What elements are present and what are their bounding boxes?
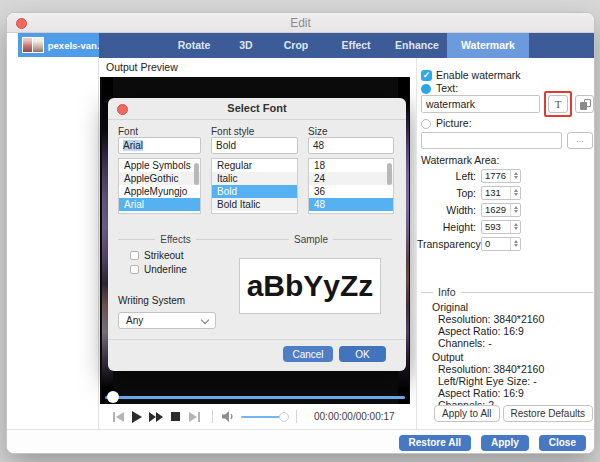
font-style-input[interactable]: Bold — [211, 137, 298, 154]
picture-path-input[interactable] — [421, 132, 562, 149]
stop-icon — [171, 412, 180, 421]
writing-system-dropdown[interactable]: Any — [118, 312, 216, 329]
window-title: Edit — [7, 16, 594, 30]
stop-button[interactable] — [166, 410, 184, 424]
watermark-settings-panel: ✓ Enable watermark Text: T Picture: ... … — [416, 58, 595, 429]
skip-forward-button[interactable] — [185, 410, 203, 424]
list-item[interactable]: 24 — [309, 172, 393, 185]
chevron-down-icon — [514, 227, 518, 230]
sample-group-header: Sample — [230, 234, 392, 245]
font-column-label: Font — [118, 126, 201, 137]
info-row: Channels: - — [438, 337, 492, 349]
apply-to-all-button[interactable]: Apply to All — [434, 405, 499, 422]
list-item[interactable]: Italic — [212, 172, 297, 185]
height-input[interactable]: 593 — [481, 220, 521, 234]
chevron-down-icon — [514, 193, 518, 196]
seek-handle[interactable] — [107, 391, 119, 403]
underline-checkbox[interactable]: Underline — [130, 264, 187, 275]
list-item-selected[interactable]: Bold — [212, 185, 297, 198]
checkbox-unchecked-icon — [130, 251, 139, 260]
seek-bar[interactable] — [105, 396, 405, 399]
original-info-label: Original — [432, 301, 468, 313]
list-item[interactable]: Apple Symbols — [119, 159, 200, 172]
text-radio-selected[interactable] — [421, 84, 431, 94]
stepper[interactable] — [510, 170, 520, 182]
skip-forward-icon — [189, 412, 200, 422]
dialog-divider — [108, 339, 406, 340]
font-sample-preview: aBbYyZz — [239, 258, 381, 314]
top-input[interactable]: 131 — [481, 186, 521, 200]
skip-back-icon — [113, 412, 124, 422]
stepper[interactable] — [510, 187, 520, 199]
font-picker-button[interactable]: T — [548, 95, 568, 113]
copy-icon — [580, 99, 591, 110]
top-row: pexels-van... Rotate 3D Crop Effect Enha… — [7, 33, 594, 58]
width-input[interactable]: 1629 — [481, 203, 521, 217]
skip-back-button[interactable] — [109, 410, 127, 424]
watermark-text-input[interactable] — [421, 95, 540, 113]
font-name-input[interactable]: Arial — [118, 137, 201, 154]
scrollbar-thumb[interactable] — [387, 163, 392, 185]
strikeout-checkbox[interactable]: Strikeout — [130, 250, 183, 261]
list-item[interactable]: AppleGothic — [119, 172, 200, 185]
browse-button[interactable]: ... — [567, 132, 593, 149]
play-icon — [132, 411, 142, 423]
tab-enhance[interactable]: Enhance — [391, 33, 443, 58]
scrollbar-thumb[interactable] — [194, 163, 199, 185]
select-font-dialog: Select Font Font Font style Size Arial B… — [108, 98, 406, 371]
picture-radio[interactable] — [421, 119, 431, 129]
transparency-input[interactable]: 0 — [481, 237, 521, 251]
left-input[interactable]: 1776 — [481, 169, 521, 183]
tab-rotate[interactable]: Rotate — [171, 33, 217, 58]
tab-3d[interactable]: 3D — [232, 33, 260, 58]
preview-title: Output Preview — [106, 61, 178, 73]
play-button[interactable] — [128, 410, 146, 424]
chevron-down-icon — [514, 210, 518, 213]
restore-defaults-button[interactable]: Restore Defaults — [503, 405, 593, 422]
font-size-input[interactable]: 48 — [308, 137, 394, 154]
cancel-button[interactable]: Cancel — [283, 346, 333, 362]
fast-forward-button[interactable] — [147, 410, 165, 424]
list-item[interactable]: 18 — [309, 159, 393, 172]
height-label: Height: — [417, 221, 481, 233]
effects-group-header: Effects — [118, 234, 233, 245]
enable-watermark-checkbox[interactable]: ✓ — [421, 70, 432, 81]
font-size-list[interactable]: 18 24 36 48 64 — [308, 158, 394, 214]
tab-effect[interactable]: Effect — [334, 33, 378, 58]
transparency-label: Transparency: — [417, 238, 481, 250]
checkbox-unchecked-icon — [130, 265, 139, 274]
dialog-title: Select Font — [108, 102, 406, 114]
tab-crop[interactable]: Crop — [275, 33, 317, 58]
list-item[interactable]: 64 — [309, 211, 393, 214]
writing-system-label: Writing System — [118, 295, 185, 306]
stepper[interactable] — [510, 238, 520, 250]
restore-all-button[interactable]: Restore All — [399, 435, 471, 451]
ok-button[interactable]: OK — [339, 346, 386, 362]
font-style-list[interactable]: Regular Italic Bold Bold Italic — [211, 158, 298, 214]
apply-button[interactable]: Apply — [481, 435, 529, 451]
list-item[interactable]: Arial Black — [119, 211, 200, 214]
watermark-area-label: Watermark Area: — [421, 154, 499, 166]
volume-slider[interactable] — [241, 416, 287, 418]
left-label: Left: — [417, 170, 481, 182]
close-button[interactable]: Close — [539, 435, 586, 451]
volume-handle[interactable] — [279, 412, 289, 422]
tab-watermark[interactable]: Watermark — [447, 33, 529, 58]
list-item-selected[interactable]: 48 — [309, 198, 393, 211]
chevron-down-icon — [514, 176, 518, 179]
text-color-button[interactable] — [575, 95, 594, 113]
sidebar-item-clip[interactable]: pexels-van... — [18, 33, 99, 57]
list-item[interactable]: Bold Italic — [212, 198, 297, 211]
chevron-down-icon — [514, 244, 518, 247]
info-row: Aspect Ratio: 16:9 — [438, 387, 524, 399]
list-item[interactable]: Regular — [212, 159, 297, 172]
font-list[interactable]: Apple Symbols AppleGothic AppleMyungjo A… — [118, 158, 201, 214]
clip-thumbnail — [22, 37, 44, 53]
list-item-selected[interactable]: Arial — [119, 198, 200, 211]
list-item[interactable]: 36 — [309, 185, 393, 198]
stepper[interactable] — [510, 221, 520, 233]
list-item[interactable]: AppleMyungjo — [119, 185, 200, 198]
stepper[interactable] — [510, 204, 520, 216]
info-row: Resolution: 3840*2160 — [438, 363, 544, 375]
top-field-row: Top: 131 — [417, 185, 529, 200]
